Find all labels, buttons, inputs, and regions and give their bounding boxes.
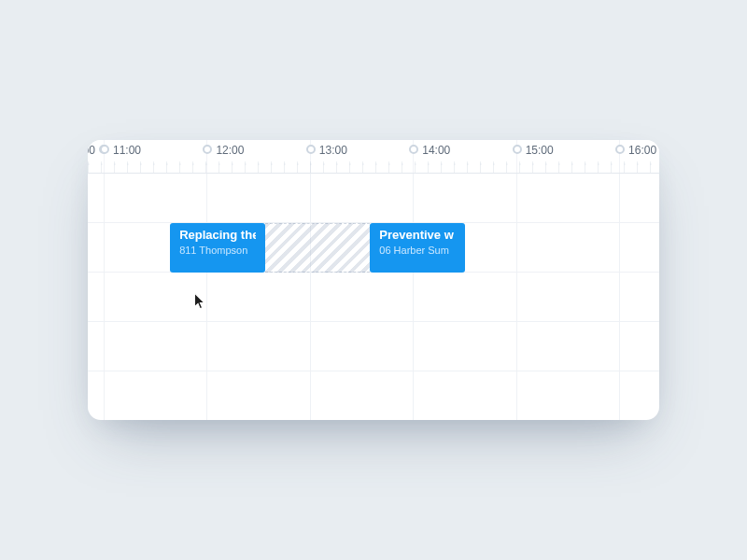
event-subtitle: 06 Harber Sum (379, 245, 456, 256)
hour-dot-icon (306, 145, 316, 154)
hour-label: 16:00 (628, 144, 656, 157)
hour-label: 15:00 (526, 144, 554, 157)
cursor-icon (193, 292, 206, 311)
event-card[interactable]: Preventive w 06 Harber Sum (370, 223, 465, 273)
hour-dot-icon (203, 145, 212, 154)
hour-dot-icon (513, 145, 522, 154)
hour-dot-icon (409, 145, 418, 154)
event-title: Replacing the (179, 229, 256, 243)
event-title: Preventive w (379, 229, 456, 243)
hour-label: 11:00 (113, 144, 141, 157)
event-subtitle: 811 Thompson (179, 245, 256, 256)
minor-tick-strip (88, 161, 659, 173)
event-card[interactable]: Replacing the 811 Thompson (170, 223, 265, 273)
drop-zone-hatched[interactable] (265, 223, 370, 273)
schedule-grid[interactable]: Replacing the 811 Thompson Preventive w … (88, 174, 659, 420)
hour-dot-icon (100, 145, 109, 154)
hour-label: 14:00 (422, 144, 450, 157)
events-layer: Replacing the 811 Thompson Preventive w … (88, 174, 659, 420)
hour-label: 10:00 (88, 144, 95, 157)
hour-dot-icon (615, 145, 625, 154)
time-ruler: 10:00 11:00 12:00 13:00 14:00 15:00 (88, 140, 659, 174)
schedule-panel: 10:00 11:00 12:00 13:00 14:00 15:00 (88, 140, 659, 420)
hour-label: 13:00 (319, 144, 347, 157)
hour-label: 12:00 (216, 144, 244, 157)
